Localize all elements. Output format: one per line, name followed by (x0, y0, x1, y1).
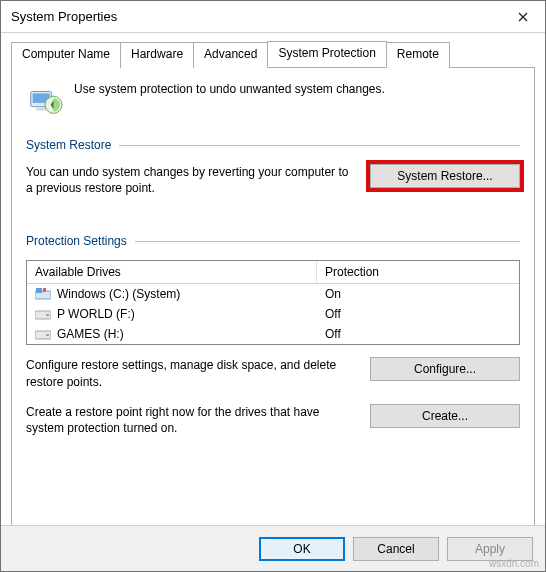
configure-button[interactable]: Configure... (370, 357, 520, 381)
ok-button[interactable]: OK (259, 537, 345, 561)
group-system-restore: System Restore (26, 138, 520, 152)
drive-icon (35, 308, 51, 320)
svg-rect-11 (46, 314, 49, 316)
protection-cell: On (317, 284, 519, 304)
tab-panel: Use system protection to undo unwanted s… (11, 67, 535, 535)
intro-text: Use system protection to undo unwanted s… (74, 82, 385, 96)
divider (119, 145, 520, 146)
create-desc: Create a restore point right now for the… (26, 404, 356, 436)
intro-row: Use system protection to undo unwanted s… (26, 82, 520, 120)
drive-icon (35, 328, 51, 340)
col-header-drives: Available Drives (27, 261, 317, 283)
drive-name: P WORLD (F:) (57, 307, 135, 321)
system-restore-row: You can undo system changes by reverting… (26, 164, 520, 196)
drive-icon (35, 288, 51, 300)
configure-desc: Configure restore settings, manage disk … (26, 357, 356, 389)
drive-cell: GAMES (H:) (27, 324, 317, 344)
svg-rect-9 (43, 288, 46, 292)
window-title: System Properties (11, 9, 501, 24)
apply-button[interactable]: Apply (447, 537, 533, 561)
protection-cell: Off (317, 324, 519, 344)
protection-icon (26, 82, 64, 120)
drives-table[interactable]: Available Drives Protection Windows (C:)… (26, 260, 520, 345)
svg-rect-4 (36, 108, 46, 111)
tab-computer-name[interactable]: Computer Name (11, 42, 121, 68)
group-label: System Restore (26, 138, 111, 152)
watermark: wsxdn.com (489, 558, 539, 569)
table-row[interactable]: GAMES (H:) Off (27, 324, 519, 344)
system-restore-button[interactable]: System Restore... (370, 164, 520, 188)
close-button[interactable] (501, 1, 545, 33)
tab-advanced[interactable]: Advanced (193, 42, 268, 68)
table-header: Available Drives Protection (27, 261, 519, 284)
tab-system-protection[interactable]: System Protection (267, 41, 386, 67)
cancel-button[interactable]: Cancel (353, 537, 439, 561)
create-row: Create a restore point right now for the… (26, 404, 520, 436)
dialog-button-bar: OK Cancel Apply (1, 525, 545, 571)
tab-remote[interactable]: Remote (386, 42, 450, 68)
divider (135, 241, 520, 242)
group-label: Protection Settings (26, 234, 127, 248)
col-header-protection: Protection (317, 261, 519, 283)
protection-cell: Off (317, 304, 519, 324)
create-button[interactable]: Create... (370, 404, 520, 428)
titlebar: System Properties (1, 1, 545, 33)
drive-name: Windows (C:) (System) (57, 287, 180, 301)
close-icon (518, 12, 528, 22)
table-row[interactable]: Windows (C:) (System) On (27, 284, 519, 304)
group-protection-settings: Protection Settings (26, 234, 520, 248)
drive-name: GAMES (H:) (57, 327, 124, 341)
tab-strip: Computer Name Hardware Advanced System P… (11, 41, 535, 67)
drive-cell: P WORLD (F:) (27, 304, 317, 324)
system-restore-desc: You can undo system changes by reverting… (26, 164, 356, 196)
tab-hardware[interactable]: Hardware (120, 42, 194, 68)
svg-rect-13 (46, 334, 49, 336)
drive-cell: Windows (C:) (System) (27, 284, 317, 304)
svg-rect-8 (36, 288, 42, 293)
configure-row: Configure restore settings, manage disk … (26, 357, 520, 389)
table-row[interactable]: P WORLD (F:) Off (27, 304, 519, 324)
